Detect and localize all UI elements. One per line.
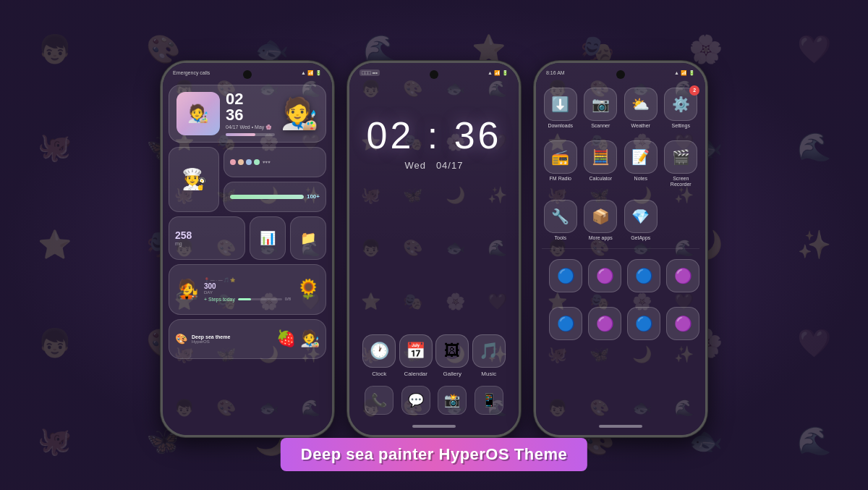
widget-music: 🎨 Deep sea theme HyperOS 🍓 🧑‍🎨: [169, 319, 326, 359]
bottom-app-7-icon: 🔵: [627, 307, 660, 340]
bottom-app-8[interactable]: 🟣: [665, 304, 701, 343]
bg-chibi-item: 🌊: [760, 98, 868, 195]
phone3-battery-icon: 🔋: [689, 70, 695, 76]
app-calculator[interactable]: 🧮 Calculator: [582, 138, 620, 191]
app-settings-badge: 2: [689, 85, 699, 96]
bottom-app-3[interactable]: 🔵: [626, 256, 662, 295]
clock-date: 04/17 Wed • May 🌸: [226, 124, 275, 130]
phone3-power-btn: [705, 150, 707, 186]
bottom-app-2[interactable]: 🟣: [587, 256, 623, 295]
app-grid-row3: 🔧 Tools 📦 More apps 💎 GetApps: [536, 194, 705, 247]
bottom-app-5-icon: 🔵: [549, 307, 582, 340]
app-tools-icon: 🔧: [544, 200, 577, 233]
phone-2-inner: 👦🎨🐟🌊⭐🎭🌸💜🐙🦋🌙✨👦🎨🐟🌊⭐🎭🌸💜🐙🦋🌙✨👦🎨🐟🌊 □□□ ••• ▲ 📶…: [349, 63, 519, 435]
bottom-app-7[interactable]: 🔵: [626, 304, 662, 343]
app-notes[interactable]: 📝 Notes: [622, 138, 660, 191]
phone2-wifi-icon: ▲: [488, 70, 493, 75]
bottom-app-5[interactable]: 🔵: [548, 304, 584, 343]
chibi-artist: 🧑‍🎨: [281, 96, 318, 131]
app-downloads-icon: ⬇️: [544, 88, 577, 121]
steps-add-label: + Steps today: [204, 297, 235, 302]
bg-chibi-item: ✨: [760, 196, 868, 294]
storage-unit: mg: [175, 241, 239, 246]
widget-small-1[interactable]: 📊: [250, 216, 286, 260]
app-getapps-label: GetApps: [631, 235, 650, 241]
title-banner: Deep sea painter HyperOS Theme: [281, 438, 587, 471]
lock-day: Wed: [405, 160, 427, 171]
steps-chibi: 🌻: [297, 278, 320, 300]
health-dot-3: [246, 159, 252, 165]
bg-chibi-item: 🌊: [760, 392, 868, 490]
health-dot-2: [238, 159, 244, 165]
app-calculator-label: Calculator: [589, 176, 612, 182]
steps-bar: [238, 298, 282, 300]
widget-right-col: ♥♥♥ 100+: [224, 147, 326, 212]
mid-row: 🧑‍🍳 ♥♥♥: [169, 147, 326, 212]
battery-label: 100+: [307, 193, 320, 200]
steps-char: 🧑‍🎤: [175, 278, 198, 300]
battery-icon: 🔋: [315, 70, 322, 76]
bg-chibi-item: 🐙: [0, 98, 109, 195]
lock-date-val: 04/17: [436, 160, 464, 171]
steps-count: 0/8: [285, 297, 291, 301]
widget-area: 🧑‍🎨 02 36 04/17 Wed • May 🌸: [163, 80, 332, 363]
app-grid-row2: 📻 FM Radio 🧮 Calculator 📝 Notes 🎬 Screen…: [536, 135, 705, 194]
health-label: ♥♥♥: [263, 160, 271, 164]
app-empty: [663, 197, 700, 244]
lock-minutes: 36: [454, 114, 502, 156]
phone3-signal-icon: 📶: [681, 70, 687, 76]
phone-2: 👦🎨🐟🌊⭐🎭🌸💜🐙🦋🌙✨👦🎨🐟🌊⭐🎭🌸💜🐙🦋🌙✨👦🎨🐟🌊 □□□ ••• ▲ 📶…: [347, 61, 521, 437]
steps-widget-label: 📍 — · — 🎵 ⭐: [204, 277, 291, 282]
bg-chibi-item: 👦: [0, 294, 109, 392]
app-settings-label: Settings: [672, 123, 690, 129]
app-calculator-icon: 🧮: [584, 140, 617, 174]
phone-power-btn: [332, 150, 334, 186]
phone-3-inner: 👦🎨🐟🌊⭐🎭🌸💜🐙🦋🌙✨👦🎨🐟🌊⭐🎭🌸💜🐙🦋🌙✨👦🎨🐟🌊 8:16 AM ▲ 📶…: [536, 63, 705, 435]
app-fmradio[interactable]: 📻 FM Radio: [542, 138, 579, 191]
bottom-app-1[interactable]: 🔵: [548, 256, 584, 295]
battery-fill: [230, 195, 304, 199]
app-scanner-label: Scanner: [591, 123, 610, 129]
app-settings[interactable]: ⚙️ 2 Settings: [663, 85, 700, 132]
storage-value: 258: [175, 229, 239, 241]
app-tools[interactable]: 🔧 Tools: [542, 197, 579, 244]
mid-row2: 258 mg 📊 📁: [169, 216, 326, 260]
clock-widget[interactable]: 🧑‍🎨 02 36 04/17 Wed • May 🌸: [169, 85, 326, 143]
bg-chibi-item: 💜: [760, 0, 868, 98]
phone-3-notch: [616, 70, 625, 79]
wifi-icon: ▲: [301, 70, 306, 75]
phone-1-notch: [243, 70, 252, 79]
lock-hours: 02: [366, 114, 414, 156]
app-weather[interactable]: ⛅ Weather: [622, 85, 660, 132]
phone-1-inner: 👦🎨🐟🌊⭐🎭🌸💜🐙🦋🌙✨👦🎨🐟🌊⭐🎭🌸💜🐙🦋🌙✨👦🎨🐟🌊 Emergency c…: [163, 63, 332, 435]
app-downloads[interactable]: ⬇️ Downloads: [542, 85, 579, 132]
widget-small-2[interactable]: 📁: [290, 216, 326, 260]
clock-progress-fill: [226, 133, 255, 136]
phone-2-status-icons: ▲ 📶 🔋: [488, 70, 509, 76]
app-more-label: More apps: [589, 235, 613, 241]
music-chibi2: 🧑‍🎨: [300, 329, 320, 348]
bg-chibi-item: 💜: [760, 294, 868, 392]
app-screen-recorder[interactable]: 🎬 Screen Recorder: [663, 138, 700, 191]
music-icon: 🎨: [175, 333, 187, 345]
app-notes-label: Notes: [634, 176, 647, 182]
bottom-row-1: 🔵 🟣 🔵 🟣: [542, 253, 699, 298]
phone-3-status-icons: ▲ 📶 🔋: [674, 70, 695, 76]
phones-container: 👦🎨🐟🌊⭐🎭🌸💜🐙🦋🌙✨👦🎨🐟🌊⭐🎭🌸💜🐙🦋🌙✨👦🎨🐟🌊 Emergency c…: [161, 54, 707, 437]
bottom-app-4[interactable]: 🟣: [665, 256, 701, 295]
phone3-time: 8:16 AM: [546, 70, 565, 75]
widget-storage: 258 mg: [169, 216, 245, 260]
clock-progress: [226, 133, 275, 136]
phone2-signal-icon: 📶: [494, 70, 501, 76]
bottom-app-6[interactable]: 🟣: [587, 304, 623, 343]
title-text: Deep sea painter HyperOS Theme: [301, 445, 567, 463]
phone2-status-left: □□□ •••: [359, 69, 380, 76]
app-getapps[interactable]: 💎 GetApps: [622, 197, 660, 244]
signal-icon: 📶: [307, 70, 314, 76]
app-more[interactable]: 📦 More apps: [582, 197, 620, 244]
steps-info: 📍 — · — 🎵 ⭐ 300 DAY + Steps today 0/8: [204, 277, 291, 302]
bottom-row-2: 🔵 🟣 🔵 🟣: [542, 301, 699, 346]
app-getapps-icon: 💎: [624, 200, 658, 233]
app-tools-label: Tools: [555, 235, 566, 241]
app-scanner[interactable]: 📷 Scanner: [582, 85, 620, 132]
